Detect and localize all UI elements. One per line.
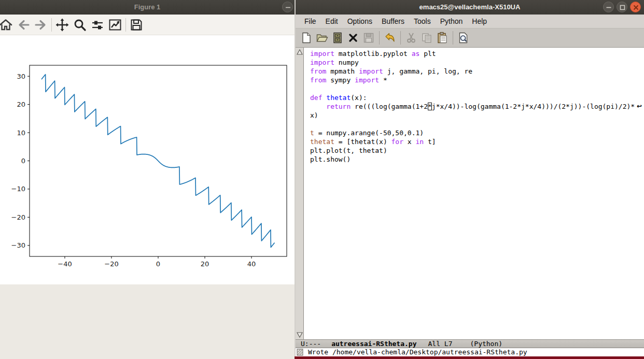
toolbar-separator bbox=[125, 18, 126, 32]
pan-button[interactable] bbox=[53, 17, 71, 33]
figure-plot: −40−20020403020100−10−20−30 bbox=[0, 35, 295, 284]
menu-help[interactable]: Help bbox=[467, 15, 492, 28]
toolbar-separator bbox=[379, 31, 380, 45]
code-line[interactable] bbox=[310, 120, 644, 128]
svg-text:40: 40 bbox=[247, 260, 256, 268]
paste-button[interactable] bbox=[435, 30, 450, 46]
figure-titlebar[interactable]: Figure 1 bbox=[0, 0, 295, 15]
undo-button[interactable] bbox=[382, 30, 398, 46]
save-buffer-button-disabled[interactable] bbox=[361, 30, 376, 46]
floppy-icon bbox=[130, 18, 143, 32]
open-folder-icon bbox=[316, 32, 328, 44]
modeline-buffer-name: autreessai-RStheta.py bbox=[331, 340, 416, 348]
emacs-editor-body: import matplotlib.pyplot as pltimport nu… bbox=[296, 48, 644, 339]
code-line[interactable]: from mpmath import j, gamma, pi, log, re bbox=[310, 67, 644, 76]
emacs-titlebar[interactable]: emacs25@vellachemla-X510UA bbox=[296, 0, 644, 15]
svg-text:−30: −30 bbox=[11, 241, 25, 249]
close-x-icon bbox=[347, 32, 359, 44]
subplots-button[interactable] bbox=[89, 17, 106, 33]
modeline-status: U:--- bbox=[301, 340, 321, 348]
undo-arrow-icon bbox=[384, 32, 396, 44]
editor-text-area[interactable]: import matplotlib.pyplot as pltimport nu… bbox=[309, 48, 644, 339]
cut-button-disabled[interactable] bbox=[403, 30, 419, 46]
line-wrap-icon: ↩ bbox=[637, 102, 642, 111]
toolbar-separator bbox=[453, 31, 453, 45]
floppy-disabled-icon bbox=[362, 32, 375, 44]
magnifier-icon bbox=[73, 18, 87, 32]
svg-text:30: 30 bbox=[17, 73, 25, 80]
svg-text:−20: −20 bbox=[104, 260, 118, 268]
text-cursor: * bbox=[428, 103, 432, 110]
svg-text:20: 20 bbox=[17, 100, 25, 108]
menu-edit[interactable]: Edit bbox=[321, 15, 343, 28]
emacs-close-button[interactable] bbox=[630, 2, 641, 12]
code-line[interactable]: return re(((log(gamma(1+2*j*x/4))-log(ga… bbox=[310, 102, 644, 111]
emacs-window: emacs25@vellachemla-X510UA File Edit Opt… bbox=[295, 0, 644, 356]
new-file-button[interactable] bbox=[299, 30, 314, 46]
home-icon bbox=[0, 18, 12, 32]
code-line[interactable]: import matplotlib.pyplot as plt bbox=[310, 49, 644, 58]
zoom-button[interactable] bbox=[71, 17, 89, 33]
svg-text:0: 0 bbox=[156, 260, 160, 268]
scroll-down-icon bbox=[297, 332, 303, 338]
editor-left-fringe bbox=[304, 48, 309, 339]
svg-text:10: 10 bbox=[17, 129, 25, 137]
minimize-icon bbox=[604, 2, 614, 13]
close-buffer-button[interactable] bbox=[345, 30, 361, 46]
code-line[interactable]: x)↪ bbox=[310, 111, 644, 120]
scroll-up-icon bbox=[297, 49, 303, 55]
code-line[interactable]: thetat = [thetat(x) for x in t] bbox=[310, 137, 644, 146]
code-line[interactable]: def thetat(x): bbox=[310, 93, 644, 102]
svg-text:−40: −40 bbox=[58, 260, 72, 268]
save-button[interactable] bbox=[128, 17, 145, 33]
figure-window: Figure 1 bbox=[0, 0, 295, 284]
figure-minimize-button[interactable] bbox=[282, 2, 293, 12]
background-window-strip bbox=[295, 356, 644, 359]
customize-button[interactable] bbox=[106, 17, 124, 33]
clipboard-icon bbox=[436, 32, 449, 44]
menu-buffers[interactable]: Buffers bbox=[377, 15, 409, 28]
figure-window-title: Figure 1 bbox=[0, 0, 295, 15]
open-file-button[interactable] bbox=[314, 30, 330, 46]
emacs-modeline[interactable]: U:--- autreessai-RStheta.py All L7 (Pyth… bbox=[296, 339, 644, 348]
svg-text:0: 0 bbox=[21, 157, 25, 165]
scissors-icon bbox=[405, 32, 417, 44]
back-button[interactable] bbox=[15, 17, 32, 33]
code-line[interactable] bbox=[310, 84, 644, 93]
toolbar-separator bbox=[51, 18, 52, 32]
code-line[interactable]: t = numpy.arange(-50,50,0.1) bbox=[310, 128, 644, 137]
code-line[interactable]: plt.show() bbox=[310, 155, 644, 164]
minimize-icon bbox=[283, 2, 293, 13]
code-line[interactable]: plt.plot(t, thetat) bbox=[310, 146, 644, 155]
copy-button-disabled[interactable] bbox=[419, 30, 435, 46]
close-icon bbox=[631, 2, 641, 13]
toolbar-separator bbox=[400, 31, 401, 45]
new-file-icon bbox=[300, 32, 313, 44]
emacs-minimize-button[interactable] bbox=[603, 2, 614, 12]
menu-options[interactable]: Options bbox=[343, 15, 377, 28]
sliders-icon bbox=[91, 18, 104, 32]
emacs-echo-area[interactable]: Wrote /home/vella-chemla/Desktop/autrees… bbox=[296, 348, 644, 356]
search-button[interactable] bbox=[456, 30, 471, 46]
emacs-window-title: emacs25@vellachemla-X510UA bbox=[296, 0, 644, 15]
menu-file[interactable]: File bbox=[300, 15, 321, 28]
emacs-maximize-button[interactable] bbox=[617, 2, 627, 12]
minibuffer-grip-icon bbox=[297, 349, 304, 356]
forward-arrow-icon bbox=[34, 18, 48, 32]
forward-button[interactable] bbox=[32, 17, 50, 33]
line-chart-icon bbox=[108, 18, 122, 32]
file-cabinet-icon bbox=[331, 32, 344, 44]
code-line[interactable]: from sympy import * bbox=[310, 76, 644, 84]
svg-text:20: 20 bbox=[201, 260, 209, 268]
back-arrow-icon bbox=[17, 18, 30, 32]
menu-python[interactable]: Python bbox=[436, 15, 468, 28]
plot-canvas[interactable]: −40−20020403020100−10−20−30 bbox=[0, 35, 295, 284]
code-line[interactable]: import numpy bbox=[310, 58, 644, 67]
copy-icon bbox=[421, 32, 433, 44]
home-button[interactable] bbox=[0, 17, 15, 33]
editor-scrollbar[interactable] bbox=[296, 48, 304, 339]
svg-text:−20: −20 bbox=[11, 213, 25, 221]
figure-toolbar bbox=[0, 15, 295, 35]
dired-button[interactable] bbox=[330, 30, 345, 46]
menu-tools[interactable]: Tools bbox=[409, 15, 436, 28]
